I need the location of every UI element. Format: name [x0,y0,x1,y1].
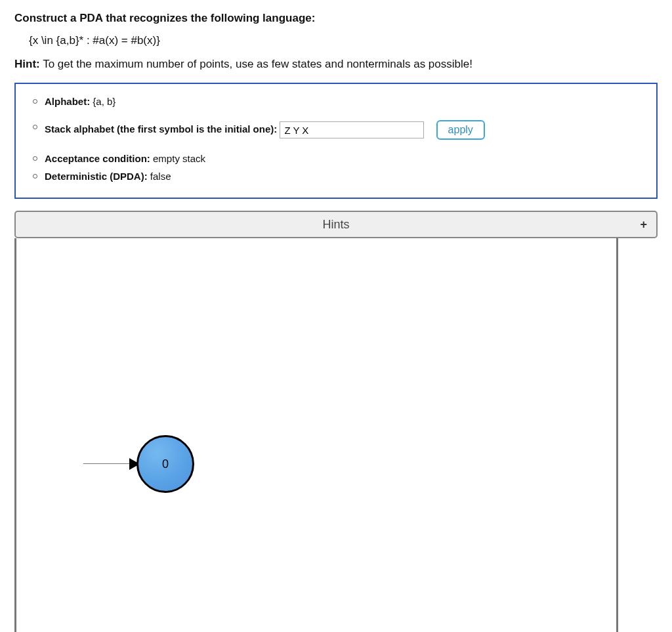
alphabet-label: Alphabet: [45,96,93,107]
config-stack-row: Stack alphabet (the first symbol is the … [30,120,642,140]
hints-title: Hints [322,218,349,232]
language-definition: {x \in {a,b}* : #a(x) = #b(x)} [29,34,658,47]
hint-label: Hint: [14,58,40,70]
hint-line: Hint: To get the maximum number of point… [14,58,658,71]
config-panel: Alphabet: {a, b} Stack alphabet (the fir… [14,83,658,199]
state-node-0[interactable]: 0 [136,435,194,493]
state-label: 0 [162,457,169,471]
stack-alphabet-input[interactable] [280,121,424,138]
config-list: Alphabet: {a, b} Stack alphabet (the fir… [30,95,642,183]
alphabet-value: {a, b} [93,96,116,107]
config-alphabet-row: Alphabet: {a, b} [30,95,642,108]
expand-icon[interactable]: + [640,218,647,232]
acceptance-label: Acceptance condition: [45,153,153,164]
hints-bar[interactable]: Hints + [14,211,658,238]
apply-button[interactable]: apply [436,120,485,140]
page-heading: Construct a PDA that recognizes the foll… [14,12,658,25]
dpda-label: Deterministic (DPDA): [45,171,150,182]
dpda-value: false [150,171,171,182]
acceptance-value: empty stack [153,153,205,164]
stack-alphabet-label: Stack alphabet (the first symbol is the … [45,123,280,135]
start-arrow-icon [83,463,129,464]
hint-text: To get the maximum number of points, use… [40,58,472,70]
automaton-canvas[interactable]: 0 [14,238,618,632]
config-acceptance-row: Acceptance condition: empty stack [30,152,642,165]
config-dpda-row: Deterministic (DPDA): false [30,169,642,183]
